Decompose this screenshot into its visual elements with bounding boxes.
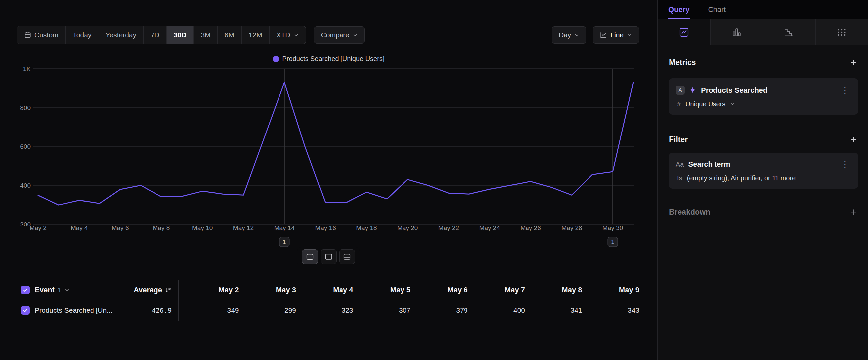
range-12m-button[interactable]: 12M [241,26,269,44]
svg-text:200: 200 [20,221,31,228]
event-label: Event [35,286,55,294]
calendar-icon [24,31,31,38]
column-header: May 4 [296,286,353,294]
add-filter-button[interactable]: + [849,134,858,145]
bottom-bar-layout-icon [343,252,351,261]
column-header: May 6 [410,286,468,294]
range-xtd-button[interactable]: XTD [269,26,306,44]
range-custom-button[interactable]: Custom [17,26,65,44]
svg-text:May 8: May 8 [153,224,170,231]
column-header: May 9 [582,286,640,294]
date-range-segmented-control: Custom Today Yesterday 7D 30D 3M 6M 12M … [17,26,306,44]
add-breakdown-button[interactable]: + [849,206,858,217]
select-all-checkbox[interactable] [21,286,30,294]
svg-text:800: 800 [20,104,31,111]
layout-bottom-bar-button[interactable] [339,249,355,264]
svg-text:May 2: May 2 [30,224,47,231]
granularity-button[interactable]: Day [552,26,586,44]
tab-flows[interactable] [815,19,868,45]
svg-text:May 22: May 22 [438,224,459,231]
tab-chart[interactable]: Chart [708,0,726,19]
cell-value: 400 [468,306,525,314]
average-value: 426.9 [152,306,172,314]
table-header-row: Event 1 Average May 2 May 3 May [0,280,657,300]
tab-query[interactable]: Query [669,0,690,19]
retention-steps-icon [784,27,795,37]
chevron-down-icon [353,32,358,37]
text-property-icon: Aa [676,161,684,168]
range-yesterday-button[interactable]: Yesterday [98,26,143,44]
insights-line-chart-icon [679,27,689,37]
table-header-columns: May 2 May 3 May 4 May 5 May 6 May 7 May … [178,286,657,294]
metric-name: Products Searched [701,86,768,95]
chevron-down-icon[interactable] [64,287,70,293]
chart-display-controls: Day Line [552,26,639,44]
measure-selector[interactable]: # Unique Users [676,100,851,108]
date-range-controls: Custom Today Yesterday 7D 30D 3M 6M 12M … [17,26,365,44]
line-chart-icon [600,31,607,38]
chevron-down-icon [294,32,299,37]
tab-funnels[interactable] [710,19,763,45]
dots-grid-icon [837,27,847,37]
svg-text:May 28: May 28 [561,224,582,231]
range-6m-button[interactable]: 6M [217,26,241,44]
range-30d-button[interactable]: 30D [166,26,194,44]
table-row: Products Searched [Un... 426.9 349 299 3… [0,300,657,321]
metric-card[interactable]: A Products Searched ⋮ # Unique Users [669,78,858,115]
kebab-menu-icon[interactable]: ⋮ [839,86,851,95]
column-header: May 3 [239,286,297,294]
row-checkbox[interactable] [21,306,30,314]
range-today-button[interactable]: Today [65,26,98,44]
chart-type-label: Line [610,31,624,39]
layout-split-columns-button[interactable] [302,249,318,264]
sidebar-tabs: Query Chart [658,0,868,19]
filter-operator: Is [677,174,682,182]
column-header: May 2 [182,286,239,294]
table-row-fixed: Products Searched [Un... 426.9 [0,306,178,314]
bar-chart-icon [732,27,742,37]
layout-top-bar-button[interactable] [320,249,337,264]
hash-icon: # [677,100,681,108]
line-chart: 1K80060040020011May 2May 4May 6May 8May … [0,56,657,256]
cell-value: 349 [182,306,239,314]
tab-insights[interactable] [658,19,710,45]
filter-title: Filter [669,135,688,144]
filter-card[interactable]: Aa Search term ⋮ Is (empty string), Air … [669,153,858,189]
filter-property-name: Search term [688,160,730,169]
chart-type-button[interactable]: Line [593,26,639,44]
cell-value: 299 [239,306,297,314]
column-header: May 7 [468,286,525,294]
top-bar-layout-icon [324,252,333,261]
svg-text:1: 1 [611,239,614,245]
table-row-values: 349 299 323 307 379 400 341 343 [178,306,657,314]
svg-text:1: 1 [283,239,286,245]
filter-condition[interactable]: Is (empty string), Air purifier, or 11 m… [676,174,851,182]
cell-value: 323 [296,306,353,314]
results-table: Event 1 Average May 2 May 3 May [0,280,657,321]
svg-text:600: 600 [20,143,31,150]
range-3m-button[interactable]: 3M [193,26,217,44]
toolbar: Custom Today Yesterday 7D 30D 3M 6M 12M … [17,26,639,44]
svg-text:May 20: May 20 [397,224,418,231]
sort-icon[interactable] [165,286,172,293]
range-7d-button[interactable]: 7D [143,26,166,44]
cell-value: 379 [410,306,468,314]
compare-button[interactable]: Compare [314,26,365,44]
main-area: Custom Today Yesterday 7D 30D 3M 6M 12M … [0,0,657,360]
tab-retention[interactable] [763,19,816,45]
granularity-label: Day [559,31,571,39]
kebab-menu-icon[interactable]: ⋮ [839,160,851,169]
average-label: Average [134,286,162,294]
svg-text:May 26: May 26 [520,224,541,231]
svg-text:May 14: May 14 [274,224,295,231]
add-metric-button[interactable]: + [849,57,858,68]
metric-letter-badge: A [676,86,685,95]
column-header: May 5 [353,286,411,294]
svg-text:May 18: May 18 [356,224,377,231]
breakdown-title: Breakdown [669,207,710,217]
split-columns-icon [306,252,314,261]
chevron-down-icon [574,32,579,37]
svg-text:May 16: May 16 [315,224,336,231]
event-spark-icon [689,86,696,94]
average-header: Average [134,286,172,294]
